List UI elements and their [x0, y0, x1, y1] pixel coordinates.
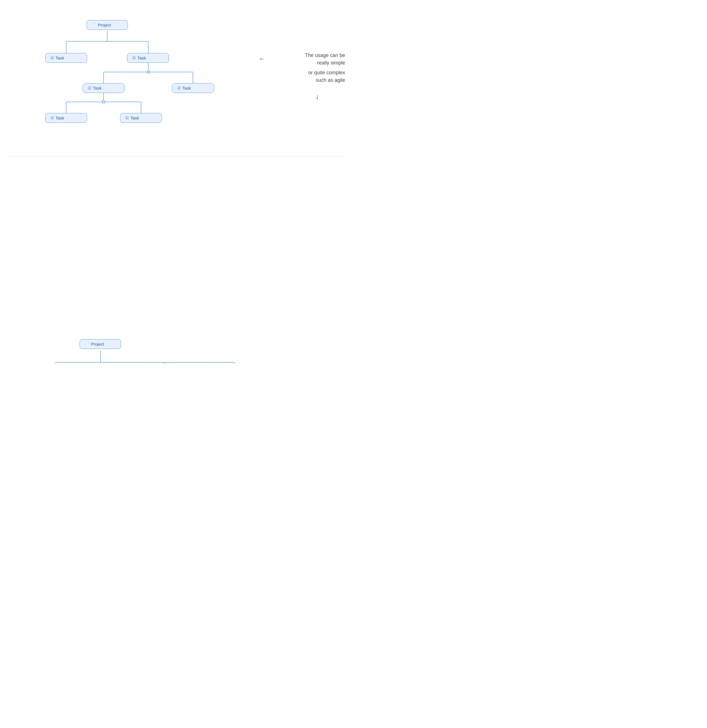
project-icon-1: 📄 — [92, 23, 96, 27]
task-icon-6: ☑ — [125, 116, 129, 120]
task-icon-2: ☑ — [132, 56, 136, 60]
diagram2-connectors — [0, 321, 354, 364]
svg-point-5 — [147, 71, 150, 74]
annotation-text: The usage can be really simple or quite … — [267, 52, 345, 84]
annotation-line3: or quite complex — [267, 69, 345, 77]
task-node-2: ☑ Task — [127, 53, 169, 63]
task-label-2: Task — [137, 56, 146, 60]
task-node-5: ☑ Task — [45, 113, 87, 123]
arrow-down-icon: ↓ — [315, 92, 319, 101]
diagram-2: 📄 Project ⊕ Feature ⊕ Feature ⚑ Mileston… — [0, 321, 354, 364]
task-icon-1: ☑ — [51, 56, 54, 60]
task-icon-4: ☑ — [177, 86, 181, 90]
project-label-1: Project — [98, 23, 111, 27]
svg-point-10 — [102, 101, 105, 103]
task-label-1: Task — [56, 56, 64, 60]
task-label-6: Task — [130, 116, 139, 120]
section-divider — [9, 156, 345, 157]
task-node-6: ☑ Task — [120, 113, 162, 123]
task-icon-5: ☑ — [51, 116, 54, 120]
task-label-3: Task — [93, 86, 102, 90]
arrow-left-icon: ← — [258, 55, 266, 63]
diagram-1: 📄 Project ☑ Task ☑ Task ☑ Task ☑ Task ☑ … — [0, 0, 354, 156]
task-node-3: ☑ Task — [82, 83, 124, 93]
task-label-5: Task — [56, 116, 64, 120]
annotation-line4: such as agile — [267, 77, 345, 84]
task-label-4: Task — [182, 86, 191, 90]
task-node-1: ☑ Task — [45, 53, 87, 63]
project-node-2: 📄 Project — [80, 339, 121, 349]
annotation-line1: The usage can be — [267, 52, 345, 59]
task-node-4: ☑ Task — [172, 83, 214, 93]
project-label-2: Project — [91, 342, 104, 347]
project-node-1: 📄 Project — [87, 20, 128, 30]
task-icon-3: ☑ — [88, 86, 91, 90]
project-icon-2: 📄 — [85, 342, 90, 346]
annotation-line2: really simple — [267, 59, 345, 67]
